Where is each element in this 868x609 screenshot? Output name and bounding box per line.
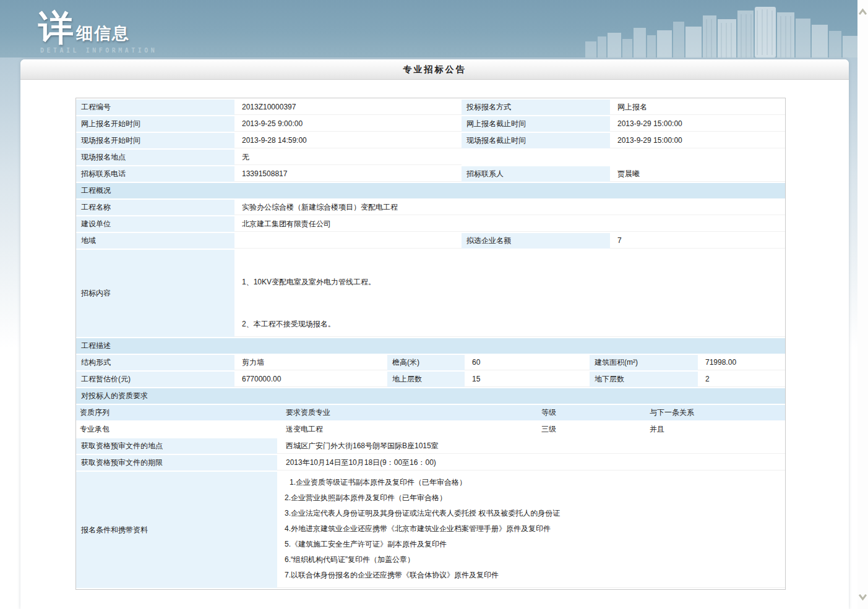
cell-value: 三级 [538, 422, 646, 437]
field-label: 现场报名开始时间 [76, 133, 234, 148]
cell-value: 专业承包 [76, 422, 282, 437]
field-label: 建筑面积(m²) [590, 355, 698, 370]
material-item: 2.企业营业执照副本原件及复印件（已年审合格） [285, 490, 779, 506]
field-value: 2013年10月14日至10月18日(9：00至16：00) [277, 455, 785, 471]
field-label: 获取资格预审文件的期限 [76, 455, 277, 471]
field-value: 网上报名 [610, 100, 785, 115]
field-value: 2013-9-29 15:00:00 [610, 116, 785, 132]
field-value: 1.企业资质等级证书副本原件及复印件（已年审合格） 2.企业营业执照副本原件及复… [277, 472, 785, 588]
field-label: 建设单位 [76, 216, 234, 232]
row-onsite-start: 现场报名开始时间 2013-9-28 14:59:00 现场报名截止时间 201… [76, 133, 785, 148]
description-table: 工程描述 结构形式 剪力墙 檐高(米) 60 建筑面积(m²) 71998.00… [76, 337, 785, 388]
field-label: 工程编号 [76, 100, 234, 115]
field-value: 1、10KV变配电室及室外电力管线工程。 2、本工程不接受现场报名。 [234, 250, 785, 337]
field-value: 6770000.00 [234, 372, 387, 387]
field-label: 投标报名方式 [462, 100, 610, 115]
row-bid-content: 招标内容 1、10KV变配电室及室外电力管线工程。 2、本工程不接受现场报名。 [76, 250, 785, 337]
section-title: 对投标人的资质要求 [76, 388, 785, 404]
material-item: 6.“组织机构代码证”复印件（加盖公章） [285, 552, 779, 568]
field-label: 地上层数 [387, 372, 465, 387]
logo-subtitle-en: DETAIL INFORMATION [40, 47, 157, 54]
section-title: 工程描述 [76, 338, 785, 354]
field-label: 结构形式 [76, 355, 234, 370]
field-value: 无 [234, 150, 462, 165]
column-header: 要求资质专业 [282, 405, 538, 420]
page-title: 专业招标公告 [20, 59, 849, 80]
column-header: 与下一条关系 [646, 405, 785, 420]
empty-cell [462, 150, 610, 165]
field-label: 现场报名地点 [76, 150, 234, 165]
chevron-down-icon [857, 587, 868, 605]
top-banner: 详 细信息 DETAIL INFORMATION [0, 0, 857, 57]
row-builder: 建设单位 北京建工集团有限责任公司 [76, 216, 785, 232]
field-value: 2013-9-25 9:00:00 [234, 116, 462, 132]
section-header-row: 工程描述 [76, 338, 785, 354]
material-item: 5.《建筑施工安全生产许可证》副本原件及复印件 [285, 537, 779, 552]
field-value: 实验办公综合楼（新建综合楼项目）变配电工程 [234, 200, 785, 215]
logo-main-char: 详 [38, 10, 74, 46]
row-onsite-location: 现场报名地点 无 [76, 150, 785, 165]
field-value: 60 [465, 355, 590, 370]
field-label: 招标内容 [76, 250, 234, 337]
row-prequal-period: 获取资格预审文件的期限 2013年10月14日至10月18日(9：00至16：0… [76, 455, 785, 471]
field-label: 网上报名截止时间 [462, 116, 610, 132]
field-value: 7 [610, 233, 785, 249]
detail-table: 工程编号 2013Z10000397 投标报名方式 网上报名 网上报名开始时间 … [75, 98, 786, 590]
bid-content-line: 1、10KV变配电室及室外电力管线工程。 [242, 277, 785, 287]
field-value: 北京建工集团有限责任公司 [234, 216, 785, 232]
info-table: 工程编号 2013Z10000397 投标报名方式 网上报名 网上报名开始时间 … [76, 98, 785, 183]
field-label: 获取资格预审文件的地点 [76, 438, 277, 454]
field-value [234, 233, 462, 249]
material-item: 7.以联合体身份报名的企业还应携带《联合体协议》原件及复印件 [285, 568, 779, 583]
row-prequal-location: 获取资格预审文件的地点 西城区广安门外大街168号朗琴国际B座1015室 [76, 438, 785, 454]
qualification-columns-row: 资质序列 要求资质专业 等级 与下一条关系 [76, 405, 785, 420]
row-contact-phone: 招标联系电话 13391508817 招标联系人 贾晨曦 [76, 166, 785, 182]
row-materials: 报名条件和携带资料 1.企业资质等级证书副本原件及复印件（已年审合格） 2.企业… [76, 472, 785, 588]
scroll-down-button[interactable] [857, 587, 868, 605]
material-item: 4.外地进京建筑业企业还应携带《北京市建筑业企业档案管理手册》原件及复印件 [285, 521, 779, 537]
content-panel: 专业招标公告 工程编号 2013Z10000397 投标报名方式 网上报名 网上… [20, 59, 849, 609]
field-value: 2013-9-28 14:59:00 [234, 133, 462, 148]
empty-cell [610, 150, 785, 165]
field-label: 地下层数 [590, 372, 698, 387]
field-value: 2 [698, 372, 785, 387]
field-value: 剪力墙 [234, 355, 387, 370]
field-value: 71998.00 [698, 355, 785, 370]
prequal-table: 获取资格预审文件的地点 西城区广安门外大街168号朗琴国际B座1015室 获取资… [76, 437, 785, 589]
field-value: 2013Z10000397 [234, 100, 462, 115]
section-header-row: 工程概况 [76, 183, 785, 198]
material-item: 1.企业资质等级证书副本原件及复印件（已年审合格） [285, 475, 779, 490]
row-estimate: 工程暂估价(元) 6770000.00 地上层数 15 地下层数 2 [76, 372, 785, 387]
field-label: 檐高(米) [387, 355, 465, 370]
cell-value: 并且 [646, 422, 785, 437]
column-header: 等级 [538, 405, 646, 420]
row-project-number: 工程编号 2013Z10000397 投标报名方式 网上报名 [76, 100, 785, 115]
overview-table: 工程概况 工程名称 实验办公综合楼（新建综合楼项目）变配电工程 建设单位 北京建… [76, 182, 785, 338]
field-label: 工程名称 [76, 200, 234, 215]
field-label: 拟选企业名额 [462, 233, 610, 249]
field-value: 西城区广安门外大街168号朗琴国际B座1015室 [277, 438, 785, 454]
qualification-table: 对投标人的资质要求 资质序列 要求资质专业 等级 与下一条关系 专业承包 送变电… [76, 387, 785, 438]
row-region-quota: 地域 拟选企业名额 7 [76, 233, 785, 249]
scrollbar[interactable] [857, 0, 868, 609]
field-label: 网上报名开始时间 [76, 116, 234, 132]
bid-content-line: 2、本工程不接受现场报名。 [242, 319, 785, 329]
qualification-data-row: 专业承包 送变电工程 三级 并且 [76, 422, 785, 437]
field-value: 2013-9-29 15:00:00 [610, 133, 785, 148]
logo: 详 细信息 [38, 10, 130, 46]
logo-rest-chars: 细信息 [74, 24, 130, 46]
field-value: 15 [465, 372, 590, 387]
field-label: 地域 [76, 233, 234, 249]
cell-value: 送变电工程 [282, 422, 538, 437]
field-label: 工程暂估价(元) [76, 372, 234, 387]
section-header-row: 对投标人的资质要求 [76, 388, 785, 404]
field-label: 报名条件和携带资料 [76, 472, 277, 588]
row-project-name: 工程名称 实验办公综合楼（新建综合楼项目）变配电工程 [76, 200, 785, 215]
material-item: 3.企业法定代表人身份证明及其身份证或法定代表人委托授 权书及被委托人的身份证 [285, 506, 779, 521]
column-header: 资质序列 [76, 405, 282, 420]
field-label: 招标联系人 [462, 166, 610, 182]
field-value: 13391508817 [234, 166, 462, 182]
row-online-start: 网上报名开始时间 2013-9-25 9:00:00 网上报名截止时间 2013… [76, 116, 785, 132]
field-label: 招标联系电话 [76, 166, 234, 182]
scroll-up-button[interactable] [857, 4, 868, 22]
